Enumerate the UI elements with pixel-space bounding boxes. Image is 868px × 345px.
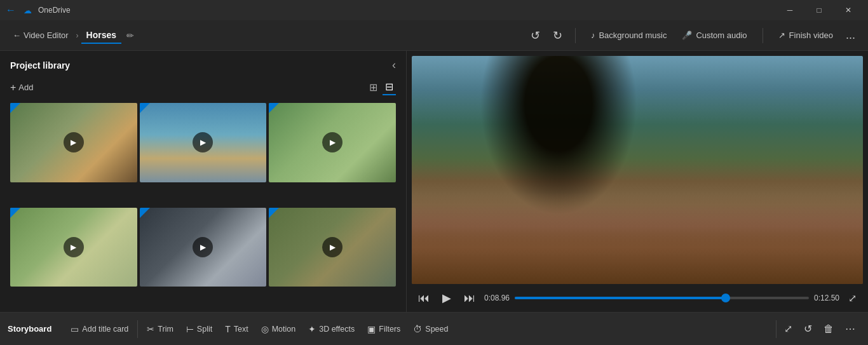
redo-button[interactable]: ↻ <box>548 26 567 45</box>
titlebar-left: ← ☁ OneDrive <box>5 4 71 16</box>
selection-corner-1 <box>10 103 20 113</box>
plus-icon: + <box>10 82 16 93</box>
3d-effects-label: 3D effects <box>319 325 355 334</box>
video-editor-label: Video Editor <box>24 30 69 40</box>
play-overlay-2: ▶ <box>193 132 213 152</box>
back-to-video-editor[interactable]: ← Video Editor <box>8 28 74 43</box>
finish-video-label: Finish video <box>789 30 833 40</box>
custom-audio-label: Custom audio <box>696 30 747 40</box>
trim-button[interactable]: ✂ Trim <box>140 320 180 338</box>
selection-corner-6 <box>269 208 279 218</box>
audio-icon: 🎤 <box>682 30 692 40</box>
toolbar: ← Video Editor › Horses ✏ ↺ ↻ ♪ Backgrou… <box>0 20 868 51</box>
split-button[interactable]: ⊢ Split <box>180 320 219 338</box>
rewind-button[interactable]: ⏮ <box>414 291 433 305</box>
filters-button[interactable]: ▣ Filters <box>361 320 407 338</box>
more-storyboard-button[interactable]: ⋯ <box>840 320 860 337</box>
titlebar-controls: ─ □ ✕ <box>775 0 863 20</box>
resize-storyboard-button[interactable]: ⤢ <box>779 320 797 337</box>
grid-small-button[interactable]: ⊟ <box>383 79 396 95</box>
media-item-4[interactable]: ▶ <box>10 208 137 287</box>
onedrive-icon: ☁ <box>22 4 33 16</box>
speed-icon: ⏱ <box>413 324 422 334</box>
trim-label: Trim <box>158 325 173 334</box>
right-panel: ⏮ ▶ ⏭ 0:08.96 0:12.50 ⤢ <box>407 51 868 312</box>
toolbar-divider-1 <box>575 28 576 43</box>
add-label: Add <box>18 83 33 92</box>
selection-corner-4 <box>10 208 20 218</box>
total-time: 0:12.50 <box>814 294 839 302</box>
video-preview <box>412 56 863 284</box>
edit-title-icon[interactable]: ✏ <box>126 30 134 41</box>
selection-corner-2 <box>140 103 150 113</box>
back-arrow-icon: ← <box>13 30 21 40</box>
replay-button[interactable]: ↺ <box>799 320 817 337</box>
motion-icon: ◎ <box>261 324 269 334</box>
split-label: Split <box>197 325 212 334</box>
export-icon: ↗ <box>778 30 785 40</box>
add-media-button[interactable]: + Add <box>10 82 33 93</box>
text-label: Text <box>234 325 248 334</box>
play-overlay-3: ▶ <box>322 132 342 152</box>
motion-button[interactable]: ◎ Motion <box>255 320 302 338</box>
project-title: Horses <box>81 27 121 44</box>
view-toggle-group: ⊞ ⊟ <box>367 79 396 95</box>
media-item-6[interactable]: ▶ <box>269 208 396 287</box>
minimize-button[interactable]: ─ <box>775 0 804 20</box>
collapse-panel-button[interactable]: ‹ <box>392 58 396 72</box>
add-title-card-label: Add title card <box>82 325 128 334</box>
background-music-label: Background music <box>599 30 667 40</box>
more-options-button[interactable]: ... <box>841 26 860 44</box>
storyboard-bar: Storyboard ▭ Add title card ✂ Trim ⊢ Spl… <box>0 312 868 345</box>
storyboard-label: Storyboard <box>8 324 64 334</box>
selection-corner-3 <box>269 103 279 113</box>
add-title-card-icon: ▭ <box>71 324 79 334</box>
seek-bar[interactable] <box>515 297 809 299</box>
library-toolbar: + Add ⊞ ⊟ <box>0 77 406 100</box>
titlebar-title: OneDrive <box>38 6 71 15</box>
grid-large-button[interactable]: ⊞ <box>367 79 380 95</box>
delete-button[interactable]: 🗑 <box>818 321 839 337</box>
play-overlay-5: ▶ <box>193 237 213 257</box>
sb-right-buttons: ⤢ ↺ 🗑 ⋯ <box>779 320 860 337</box>
play-overlay-4: ▶ <box>64 237 84 257</box>
maximize-button[interactable]: □ <box>804 0 834 20</box>
speed-label: Speed <box>425 325 448 334</box>
current-time: 0:08.96 <box>484 294 510 302</box>
seek-thumb[interactable] <box>721 294 730 302</box>
play-pause-button[interactable]: ▶ <box>438 291 455 305</box>
fullscreen-button[interactable]: ⤢ <box>844 291 860 306</box>
filters-icon: ▣ <box>367 324 376 334</box>
play-overlay-6: ▶ <box>322 237 342 257</box>
main-area: Project library ‹ + Add ⊞ ⊟ ▶ ▶ <box>0 51 868 312</box>
media-item-1[interactable]: ▶ <box>10 103 137 182</box>
media-item-2[interactable]: ▶ <box>140 103 267 182</box>
toolbar-divider-2 <box>763 28 763 43</box>
speed-button[interactable]: ⏱ Speed <box>407 320 454 338</box>
media-item-3[interactable]: ▶ <box>269 103 396 182</box>
titlebar: ← ☁ OneDrive ─ □ ✕ <box>0 0 868 20</box>
custom-audio-button[interactable]: 🎤 Custom audio <box>674 27 754 44</box>
sb-divider-1 <box>137 320 138 338</box>
music-icon: ♪ <box>591 30 595 40</box>
background-music-button[interactable]: ♪ Background music <box>583 27 674 44</box>
3d-effects-button[interactable]: ✦ 3D effects <box>302 320 361 338</box>
fast-forward-button[interactable]: ⏭ <box>460 291 479 305</box>
video-frame <box>412 56 863 284</box>
motion-label: Motion <box>272 325 296 334</box>
library-title: Project library <box>10 60 70 71</box>
finish-video-button[interactable]: ↗ Finish video <box>771 27 841 44</box>
close-button[interactable]: ✕ <box>834 0 863 20</box>
text-button[interactable]: T Text <box>219 320 255 338</box>
play-overlay-1: ▶ <box>64 132 84 152</box>
back-icon: ← <box>5 4 17 16</box>
left-panel: Project library ‹ + Add ⊞ ⊟ ▶ ▶ <box>0 51 407 312</box>
add-title-card-button[interactable]: ▭ Add title card <box>64 320 135 338</box>
trim-icon: ✂ <box>147 324 154 334</box>
split-icon: ⊢ <box>186 324 194 334</box>
media-item-5[interactable]: ▶ <box>140 208 267 287</box>
undo-button[interactable]: ↺ <box>526 26 545 45</box>
text-icon: T <box>225 324 231 334</box>
breadcrumb-separator: › <box>76 31 79 40</box>
selection-corner-5 <box>140 208 150 218</box>
